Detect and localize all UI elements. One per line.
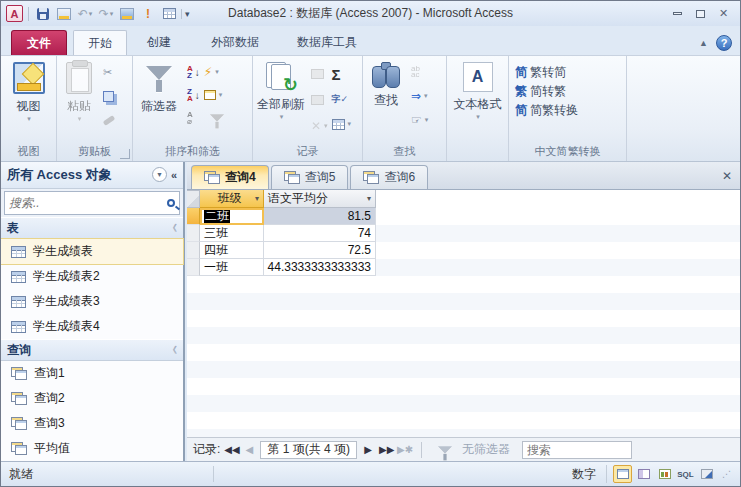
nav-menu-dropdown[interactable]: ▼	[152, 167, 167, 182]
cell-score[interactable]: 72.5	[264, 242, 376, 259]
doc-tab-query5[interactable]: 查询5	[271, 165, 349, 189]
next-record-button[interactable]: ▶	[361, 444, 375, 455]
record-search-input[interactable]	[522, 441, 632, 459]
cell-class[interactable]: 三班	[200, 225, 264, 242]
save-button[interactable]	[34, 5, 52, 23]
access-logo-icon[interactable]: A	[6, 5, 23, 22]
minimize-button[interactable]	[669, 6, 686, 21]
last-record-button[interactable]: ▶▶	[379, 444, 393, 455]
no-filter-indicator[interactable]: 无筛选器	[432, 441, 510, 458]
nav-item-table[interactable]: 学生成绩表2	[1, 264, 183, 289]
view-button[interactable]: 视图 ▾	[1, 56, 56, 140]
paste-button[interactable]: 粘贴 ▾	[57, 56, 101, 140]
more-records-button[interactable]: ▾	[330, 114, 354, 134]
goto-button[interactable]: ⇒▾	[409, 86, 430, 106]
first-record-button[interactable]: ◀◀	[224, 444, 238, 455]
ribbon-group-chinese-conversion: 简 繁转简 繁 简转繁 简 简繁转换 中文简繁转换	[509, 56, 627, 161]
doc-tab-query6[interactable]: 查询6	[350, 165, 428, 189]
chinese-conversion-button[interactable]: 简 简繁转换	[509, 101, 626, 120]
run-button[interactable]: !	[139, 5, 157, 23]
nav-item-query[interactable]: 查询3	[1, 411, 183, 436]
datasheet: 班级 ▾ 语文平均分 ▾ 二班 81.5 三班 74	[187, 190, 740, 437]
totals-button[interactable]: Σ	[330, 64, 354, 84]
column-header-class[interactable]: 班级 ▾	[200, 190, 264, 208]
row-selector[interactable]	[187, 259, 200, 276]
nav-pane-header[interactable]: 所有 Access 对象 ▼ «	[1, 162, 183, 189]
tab-file[interactable]: 文件	[11, 30, 67, 55]
undo-button[interactable]: ↶▾	[76, 5, 94, 23]
sql-view-button[interactable]: SQL	[676, 465, 695, 483]
save-record-button[interactable]	[309, 90, 330, 110]
cell-score[interactable]: 81.5	[264, 208, 376, 225]
nav-item-query[interactable]: 查询1	[1, 361, 183, 386]
select-all-corner[interactable]	[187, 190, 200, 208]
find-button[interactable]: 查找	[363, 56, 409, 140]
remove-sort-button[interactable]: A⌀	[185, 108, 202, 128]
selection-filter-button[interactable]: ⚡▾	[202, 62, 232, 82]
qat-customize-button[interactable]: ▾	[181, 9, 190, 19]
new-record-button[interactable]	[309, 64, 330, 84]
close-button[interactable]: ✕	[715, 6, 732, 21]
minimize-ribbon-button[interactable]: ▲	[699, 38, 708, 48]
row-selector[interactable]	[187, 225, 200, 242]
new-record-button[interactable]: ▶✱	[397, 444, 411, 455]
design-view-button[interactable]	[697, 465, 716, 483]
filter-button[interactable]: 筛选器	[133, 56, 185, 140]
column-header-avg-score[interactable]: 语文平均分 ▾	[264, 190, 376, 208]
replace-button[interactable]: abac	[409, 62, 430, 82]
previous-record-button[interactable]: ◀	[242, 444, 256, 455]
simplified-char-icon: 简	[515, 64, 527, 81]
design-view-button[interactable]	[55, 5, 73, 23]
sort-ascending-button[interactable]: AZ↓	[185, 62, 202, 82]
traditional-to-simplified-button[interactable]: 简 繁转简	[509, 63, 626, 82]
cell-score[interactable]: 44.3333333333333	[264, 259, 376, 276]
nav-search-input[interactable]	[9, 196, 167, 210]
resize-grip[interactable]: ⋰	[722, 469, 732, 479]
column-dropdown-icon[interactable]: ▾	[367, 194, 371, 203]
cell-class[interactable]: 二班	[200, 208, 264, 225]
cut-button[interactable]: ✂	[101, 62, 117, 82]
cell-score[interactable]: 74	[264, 225, 376, 242]
toggle-filter-button[interactable]	[202, 108, 232, 128]
tab-external-data[interactable]: 外部数据	[197, 30, 273, 55]
simplified-to-traditional-button[interactable]: 繁 简转繁	[509, 82, 626, 101]
cell-class[interactable]: 四班	[200, 242, 264, 259]
nav-item-table[interactable]: 学生成绩表4	[1, 314, 183, 339]
nav-item-query[interactable]: 查询2	[1, 386, 183, 411]
nav-item-table[interactable]: 学生成绩表3	[1, 289, 183, 314]
table-row: 二班 81.5	[187, 208, 376, 225]
tab-database-tools[interactable]: 数据库工具	[283, 30, 371, 55]
cell-class[interactable]: 一班	[200, 259, 264, 276]
nav-item-table[interactable]: 学生成绩表	[1, 239, 183, 264]
search-icon[interactable]	[167, 199, 175, 207]
refresh-all-button[interactable]: ↻ 全部刷新 ▾	[253, 56, 309, 140]
select-button[interactable]: ☞▾	[409, 110, 430, 130]
shutter-bar-close-button[interactable]: «	[171, 169, 177, 181]
advanced-filter-button[interactable]: ▾	[202, 85, 232, 105]
pivotchart-view-button[interactable]	[655, 465, 674, 483]
delete-record-button[interactable]: ✕▾	[309, 116, 330, 136]
nav-item-query[interactable]: 平均值	[1, 436, 183, 461]
format-painter-button[interactable]	[101, 110, 117, 130]
tab-home[interactable]: 开始	[73, 30, 127, 55]
clipboard-dialog-launcher[interactable]	[120, 149, 130, 159]
text-format-button[interactable]: A 文本格式 ▾	[447, 56, 508, 140]
pivottable-view-button[interactable]	[634, 465, 653, 483]
sort-descending-button[interactable]: ZA↓	[185, 85, 202, 105]
help-button[interactable]: ?	[716, 35, 732, 51]
row-selector[interactable]	[187, 242, 200, 259]
doc-tab-query4[interactable]: 查询4	[191, 165, 269, 189]
close-document-button[interactable]: ✕	[722, 169, 732, 183]
spelling-button[interactable]: 字✓	[330, 89, 354, 109]
column-dropdown-icon[interactable]: ▾	[255, 194, 259, 203]
nav-section-queries[interactable]: 查询 《	[1, 339, 183, 361]
redo-button[interactable]: ↷▾	[97, 5, 115, 23]
row-selector-current[interactable]	[187, 208, 200, 225]
nav-section-tables[interactable]: 表 《	[1, 217, 183, 239]
tab-create[interactable]: 创建	[133, 30, 185, 55]
copy-button[interactable]	[101, 86, 117, 106]
datasheet-view-button[interactable]	[613, 465, 632, 483]
restore-button[interactable]	[692, 6, 709, 21]
datasheet-button[interactable]	[160, 5, 178, 23]
switchboard-button[interactable]	[118, 5, 136, 23]
